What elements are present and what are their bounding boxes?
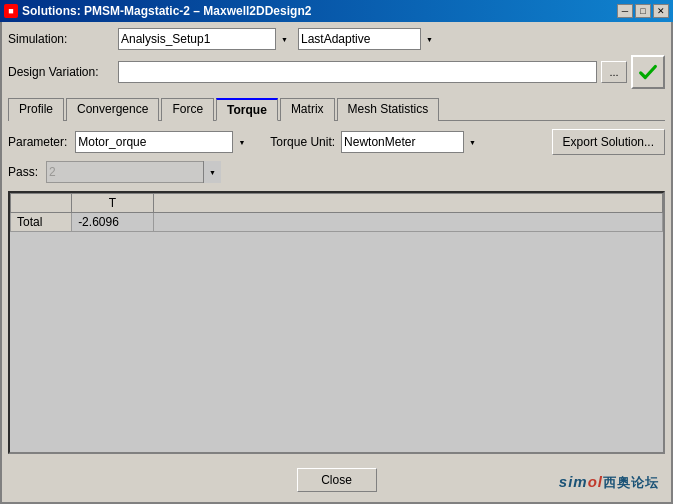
design-variation-label: Design Variation: bbox=[8, 65, 118, 79]
tab-convergence[interactable]: Convergence bbox=[66, 98, 159, 121]
window-icon: ■ bbox=[4, 4, 18, 18]
adaptive-select-wrapper: LastAdaptive ▼ bbox=[298, 28, 438, 50]
table-empty-area bbox=[10, 232, 663, 452]
simulation-row: Simulation: Analysis_Setup1 ▼ LastAdapti… bbox=[8, 28, 665, 50]
checkmark-button[interactable] bbox=[631, 55, 665, 89]
row-value: -2.6096 bbox=[72, 213, 154, 232]
adaptive-select[interactable]: LastAdaptive bbox=[298, 28, 438, 50]
tab-matrix[interactable]: Matrix bbox=[280, 98, 335, 121]
close-window-button[interactable]: ✕ bbox=[653, 4, 669, 18]
tab-profile[interactable]: Profile bbox=[8, 98, 64, 121]
torque-unit-select[interactable]: NewtonMeter bbox=[341, 131, 481, 153]
col3-header bbox=[153, 194, 662, 213]
design-variation-row: Design Variation: ... bbox=[8, 55, 665, 89]
row-empty bbox=[153, 213, 662, 232]
window-title: Solutions: PMSM-Magstatic-2 – Maxwell2DD… bbox=[22, 4, 617, 18]
export-solution-button[interactable]: Export Solution... bbox=[552, 129, 665, 155]
parameter-label: Parameter: bbox=[8, 135, 67, 149]
pass-select[interactable]: 2 bbox=[46, 161, 221, 183]
tab-torque[interactable]: Torque bbox=[216, 98, 278, 121]
browse-button[interactable]: ... bbox=[601, 61, 627, 83]
pass-label: Pass: bbox=[8, 165, 38, 179]
title-buttons: ─ □ ✕ bbox=[617, 4, 669, 18]
tab-force[interactable]: Force bbox=[161, 98, 214, 121]
design-variation-input[interactable] bbox=[118, 61, 597, 83]
close-button[interactable]: Close bbox=[297, 468, 377, 492]
col2-header: T bbox=[72, 194, 154, 213]
params-row-1: Parameter: Motor_orque ▼ Torque Unit: Ne… bbox=[8, 129, 665, 155]
main-window: Simulation: Analysis_Setup1 ▼ LastAdapti… bbox=[0, 22, 673, 504]
footer: Close simol西奥论坛 bbox=[8, 462, 665, 496]
tab-mesh-statistics[interactable]: Mesh Statistics bbox=[337, 98, 440, 121]
minimize-button[interactable]: ─ bbox=[617, 4, 633, 18]
table-row: Total -2.6096 bbox=[11, 213, 663, 232]
tabs-row: Profile Convergence Force Torque Matrix … bbox=[8, 97, 665, 121]
brand-text: simol西奥论坛 bbox=[559, 473, 659, 492]
simulation-label: Simulation: bbox=[8, 32, 118, 46]
parameter-select-wrapper: Motor_orque ▼ bbox=[75, 131, 250, 153]
parameter-select[interactable]: Motor_orque bbox=[75, 131, 250, 153]
params-row-2: Pass: 2 ▼ bbox=[8, 161, 665, 183]
torque-unit-label: Torque Unit: bbox=[270, 135, 335, 149]
pass-select-wrapper: 2 ▼ bbox=[46, 161, 221, 183]
maximize-button[interactable]: □ bbox=[635, 4, 651, 18]
simulation-select-wrapper: Analysis_Setup1 ▼ bbox=[118, 28, 293, 50]
row-label: Total bbox=[11, 213, 72, 232]
torque-unit-select-wrapper: NewtonMeter ▼ bbox=[341, 131, 481, 153]
simulation-select[interactable]: Analysis_Setup1 bbox=[118, 28, 293, 50]
data-table-wrapper: T Total -2.6096 bbox=[8, 191, 665, 454]
data-table: T Total -2.6096 bbox=[10, 193, 663, 232]
col1-header bbox=[11, 194, 72, 213]
title-bar: ■ Solutions: PMSM-Magstatic-2 – Maxwell2… bbox=[0, 0, 673, 22]
